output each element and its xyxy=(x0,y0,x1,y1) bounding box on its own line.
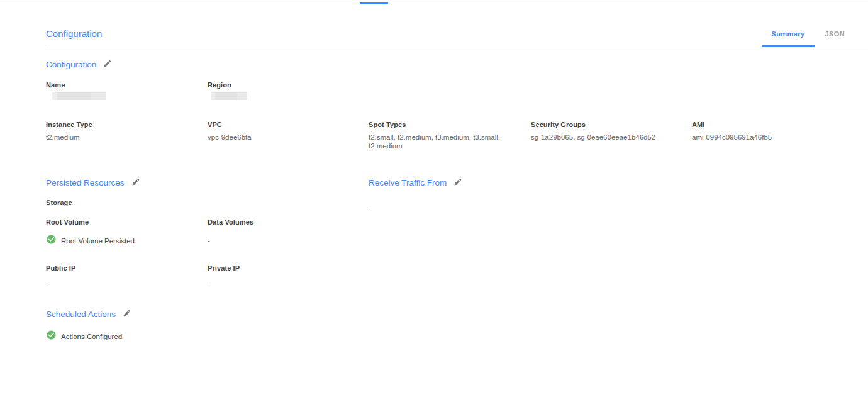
ip-labels-row: Public IP Private IP xyxy=(46,264,369,272)
edit-persisted-resources-button[interactable] xyxy=(131,177,140,188)
persisted-resources-title: Persisted Resources xyxy=(46,178,125,187)
private-ip-label: Private IP xyxy=(208,264,369,272)
receive-traffic-value: - xyxy=(369,206,868,215)
field-vpc-value: vpc-9dee6bfa xyxy=(208,133,356,142)
field-ami: AMI ami-0994c095691a46fb5 xyxy=(692,121,868,150)
configuration-section-title: Configuration xyxy=(46,60,96,69)
field-name-redacted-value xyxy=(52,92,106,100)
check-circle-icon xyxy=(46,330,57,343)
configuration-fields-row1: Name Region xyxy=(46,81,868,100)
field-name: Name xyxy=(46,81,208,100)
volume-labels-row: Root Volume Data Volumes xyxy=(46,218,369,226)
edit-configuration-button[interactable] xyxy=(103,59,112,70)
field-instance-type: Instance Type t2.medium xyxy=(46,121,208,150)
field-spot-types: Spot Types t2.small, t2.medium, t3.mediu… xyxy=(369,121,531,150)
volume-values-row: Root Volume Persisted - xyxy=(46,226,369,247)
page-header: Configuration Summary JSON xyxy=(46,28,868,47)
scheduled-actions-status: Actions Configured xyxy=(46,330,868,343)
top-tab-strip xyxy=(0,0,868,4)
pencil-icon xyxy=(131,177,140,188)
page-title: Configuration xyxy=(46,28,102,47)
public-ip-label: Public IP xyxy=(46,264,208,272)
field-ami-value: ami-0994c095691a46fb5 xyxy=(692,133,855,142)
field-name-label: Name xyxy=(46,81,195,89)
data-volumes-value: - xyxy=(208,236,369,247)
check-circle-icon xyxy=(46,234,57,247)
receive-traffic-heading: Receive Traffic From xyxy=(369,177,868,188)
data-volumes-label: Data Volumes xyxy=(208,218,369,226)
scheduled-actions-heading: Scheduled Actions xyxy=(46,309,868,320)
field-security-groups-value: sg-1a29b065, sg-0eae60eeae1b46d52 xyxy=(531,133,679,142)
ip-values-row: - - xyxy=(46,272,369,286)
edit-receive-traffic-button[interactable] xyxy=(453,177,462,188)
receive-traffic-section: Receive Traffic From - xyxy=(369,177,868,286)
scheduled-actions-title: Scheduled Actions xyxy=(46,310,116,319)
configuration-fields-row2: Instance Type t2.medium VPC vpc-9dee6bfa… xyxy=(46,121,868,150)
tab-json[interactable]: JSON xyxy=(815,28,855,47)
field-spot-types-value: t2.small, t2.medium, t3.medium, t3.small… xyxy=(369,133,512,150)
view-tabs: Summary JSON xyxy=(762,28,855,47)
persisted-resources-heading: Persisted Resources xyxy=(46,177,369,188)
root-volume-status: Root Volume Persisted xyxy=(46,234,208,247)
top-tab-active-indicator xyxy=(360,2,388,4)
scheduled-actions-status-text: Actions Configured xyxy=(61,333,122,340)
pencil-icon xyxy=(103,59,112,70)
pencil-icon xyxy=(453,177,462,188)
root-volume-label: Root Volume xyxy=(46,218,208,226)
persisted-resources-section: Persisted Resources Storage Root Volume … xyxy=(46,177,369,286)
field-security-groups: Security Groups sg-1a29b065, sg-0eae60ee… xyxy=(531,121,692,150)
field-ami-label: AMI xyxy=(692,121,855,129)
field-instance-type-label: Instance Type xyxy=(46,121,195,129)
field-security-groups-label: Security Groups xyxy=(531,121,679,129)
edit-scheduled-actions-button[interactable] xyxy=(123,309,131,320)
middle-sections: Persisted Resources Storage Root Volume … xyxy=(46,177,868,286)
summary-content: Configuration Name Region Instance Type … xyxy=(0,59,868,343)
field-spot-types-label: Spot Types xyxy=(369,121,518,129)
receive-traffic-title: Receive Traffic From xyxy=(369,178,447,187)
public-ip-value: - xyxy=(46,277,208,286)
storage-label: Storage xyxy=(46,199,369,207)
field-vpc-label: VPC xyxy=(208,121,356,129)
pencil-icon xyxy=(123,309,131,320)
field-region-redacted-value xyxy=(211,92,247,100)
private-ip-value: - xyxy=(208,277,369,286)
field-vpc: VPC vpc-9dee6bfa xyxy=(208,121,369,150)
tab-summary[interactable]: Summary xyxy=(762,28,815,47)
field-instance-type-value: t2.medium xyxy=(46,133,195,142)
field-region-label: Region xyxy=(208,81,356,89)
root-volume-status-text: Root Volume Persisted xyxy=(61,237,135,245)
configuration-section-heading: Configuration xyxy=(46,59,868,70)
field-region: Region xyxy=(208,81,369,100)
